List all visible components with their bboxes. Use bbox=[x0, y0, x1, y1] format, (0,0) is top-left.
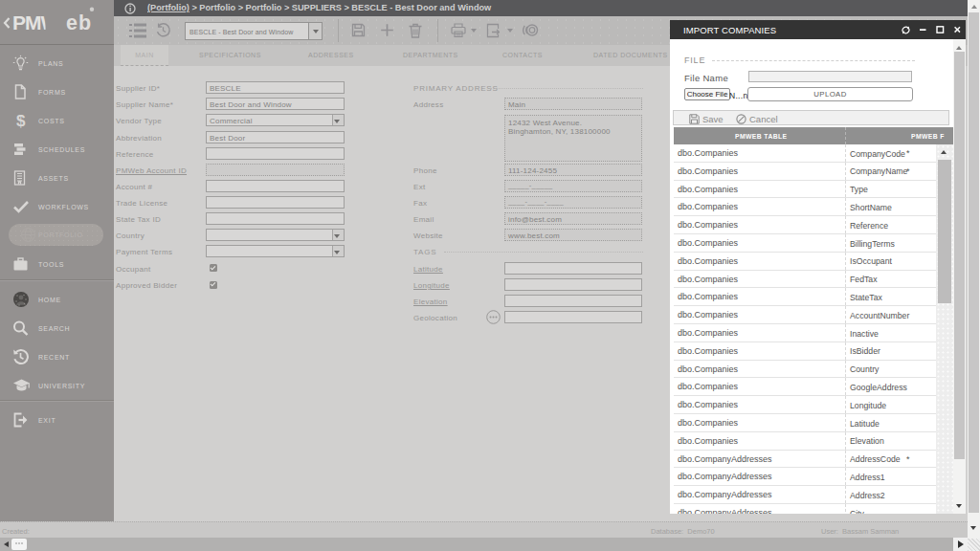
svg-text:$: $ bbox=[16, 112, 26, 129]
svg-text:PMW: PMW bbox=[12, 11, 60, 33]
svg-text:eb: eb bbox=[66, 11, 92, 34]
